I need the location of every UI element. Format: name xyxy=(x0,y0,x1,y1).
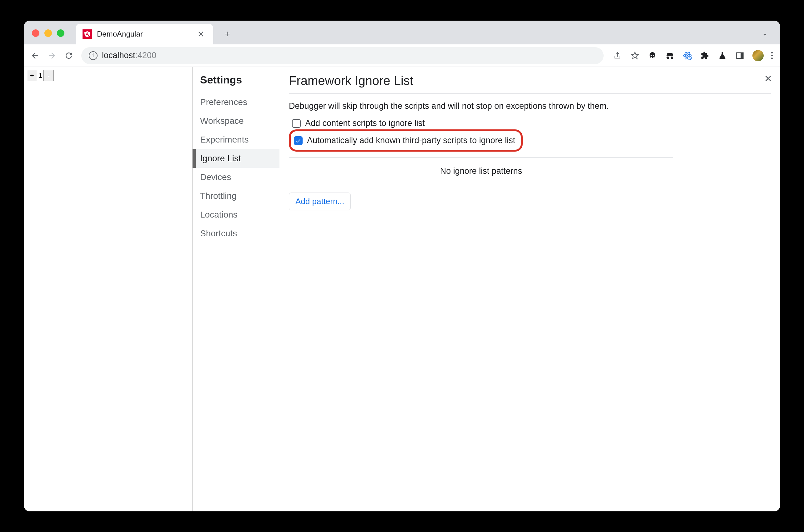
extension-incognito-icon[interactable] xyxy=(665,51,675,61)
forward-button[interactable] xyxy=(45,49,59,62)
nav-item-experiments[interactable]: Experiments xyxy=(193,130,280,149)
browser-toolbar: i localhost:4200 xyxy=(24,44,780,67)
settings-panel: ✕ Framework Ignore List Debugger will sk… xyxy=(280,67,780,511)
window-close-button[interactable] xyxy=(32,30,39,37)
checkbox-third-party-row: Automatically add known third-party scri… xyxy=(294,136,515,145)
url-port: :4200 xyxy=(135,51,157,60)
checkbox-content-scripts-row: Add content scripts to ignore list xyxy=(289,118,771,128)
extensions-puzzle-icon[interactable] xyxy=(700,51,710,61)
settings-title: Settings xyxy=(193,74,280,93)
close-settings-icon[interactable]: ✕ xyxy=(761,71,776,86)
counter-widget: + 1 - xyxy=(27,70,54,81)
settings-sidebar: Settings Preferences Workspace Experimen… xyxy=(193,67,280,511)
reload-button[interactable] xyxy=(62,49,76,62)
content-area: + 1 - Settings Preferences Workspace Exp… xyxy=(24,67,780,511)
nav-item-locations[interactable]: Locations xyxy=(193,205,280,224)
nav-item-shortcuts[interactable]: Shortcuts xyxy=(193,224,280,243)
close-tab-icon[interactable]: ✕ xyxy=(195,29,206,39)
nav-item-workspace[interactable]: Workspace xyxy=(193,112,280,130)
ignore-list-empty: No ignore list patterns xyxy=(289,157,673,185)
bookmark-star-icon[interactable] xyxy=(630,51,640,61)
extension-skull-icon[interactable] xyxy=(647,51,657,61)
nav-item-preferences[interactable]: Preferences xyxy=(193,93,280,112)
highlight-annotation: Automatically add known third-party scri… xyxy=(289,129,523,152)
new-tab-button[interactable]: + xyxy=(219,26,235,42)
tab-strip: DemoAngular ✕ + xyxy=(24,21,780,44)
window-maximize-button[interactable] xyxy=(57,30,64,37)
side-panel-icon[interactable] xyxy=(735,51,745,61)
angular-icon xyxy=(82,30,92,39)
share-icon[interactable] xyxy=(612,51,623,61)
nav-item-devices[interactable]: Devices xyxy=(193,168,280,187)
browser-tab[interactable]: DemoAngular ✕ xyxy=(76,24,213,44)
toolbar-actions xyxy=(609,50,776,61)
nav-item-ignore-list[interactable]: Ignore List xyxy=(193,149,280,168)
window-minimize-button[interactable] xyxy=(44,30,52,37)
page-viewport: + 1 - xyxy=(24,67,193,511)
tab-title: DemoAngular xyxy=(97,30,190,38)
checkbox-third-party-label: Automatically add known third-party scri… xyxy=(307,136,515,145)
checkbox-content-scripts-label: Add content scripts to ignore list xyxy=(305,118,425,128)
add-pattern-button[interactable]: Add pattern... xyxy=(289,193,351,210)
url-text: localhost:4200 xyxy=(102,51,156,60)
checkbox-third-party[interactable] xyxy=(294,136,303,145)
counter-value: 1 xyxy=(37,70,43,81)
browser-window: DemoAngular ✕ + i localhost:4200 xyxy=(24,21,780,511)
section-description: Debugger will skip through the scripts a… xyxy=(289,101,771,111)
address-bar[interactable]: i localhost:4200 xyxy=(81,47,604,64)
extension-react-icon[interactable] xyxy=(683,51,692,61)
svg-point-0 xyxy=(687,55,688,56)
section-title: Framework Ignore List xyxy=(289,74,771,94)
decrement-button[interactable]: - xyxy=(43,70,54,81)
increment-button[interactable]: + xyxy=(27,70,37,81)
extension-flask-icon[interactable] xyxy=(717,51,727,61)
back-button[interactable] xyxy=(28,49,42,62)
url-host: localhost xyxy=(102,51,135,60)
nav-item-throttling[interactable]: Throttling xyxy=(193,187,280,205)
traffic-lights xyxy=(32,30,64,37)
profile-avatar[interactable] xyxy=(752,50,764,61)
tabs-dropdown-icon[interactable] xyxy=(761,31,769,40)
svg-rect-7 xyxy=(741,53,743,58)
browser-menu-icon[interactable] xyxy=(771,52,773,59)
devtools-settings: Settings Preferences Workspace Experimen… xyxy=(193,67,780,511)
site-info-icon[interactable]: i xyxy=(89,51,97,60)
checkbox-content-scripts[interactable] xyxy=(292,119,301,128)
